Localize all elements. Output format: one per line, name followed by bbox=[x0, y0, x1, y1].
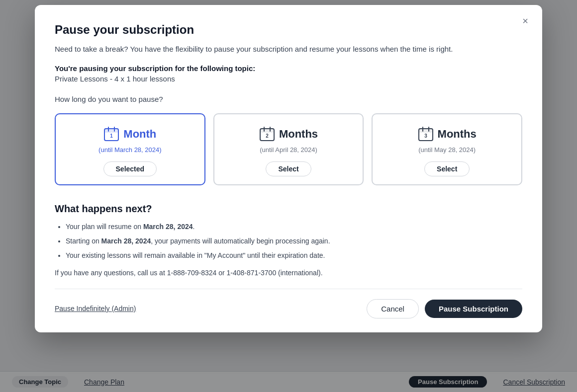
pause-options: 1 Month (until March 28, 2024) Selected bbox=[55, 113, 522, 185]
close-button[interactable]: × bbox=[518, 14, 532, 28]
pause-2-date: (until April 28, 2024) bbox=[260, 146, 317, 154]
modal-title: Pause your subscription bbox=[55, 23, 522, 37]
pause-3-select-btn[interactable]: Select bbox=[424, 161, 470, 176]
modal-divider bbox=[55, 289, 522, 289]
pause-3-date: (until May 28, 2024) bbox=[418, 146, 476, 154]
modal-overlay: × Pause your subscription Need to take a… bbox=[0, 0, 577, 392]
topic-value: Private Lessons - 4 x 1 hour lessons bbox=[55, 75, 522, 83]
contact-text: If you have any questions, call us at 1-… bbox=[55, 269, 522, 277]
pause-1-select-btn[interactable]: Selected bbox=[103, 161, 157, 176]
svg-text:1: 1 bbox=[110, 133, 113, 139]
footer-actions: Cancel Pause Subscription bbox=[367, 299, 522, 318]
next-item-1: Your plan will resume on March 28, 2024. bbox=[66, 222, 522, 232]
pause-3-label: Months bbox=[438, 128, 477, 141]
calendar-2-icon: 2 bbox=[259, 126, 275, 142]
topic-label: You're pausing your subscription for the… bbox=[55, 64, 522, 73]
cancel-button[interactable]: Cancel bbox=[367, 299, 419, 318]
modal-subtitle: Need to take a break? You have the flexi… bbox=[55, 44, 522, 55]
calendar-1-icon: 1 bbox=[103, 126, 119, 142]
modal-footer: Pause Indefinitely (Admin) Cancel Pause … bbox=[55, 299, 522, 318]
admin-pause-link[interactable]: Pause Indefinitely (Admin) bbox=[55, 305, 136, 313]
svg-rect-1 bbox=[104, 129, 118, 133]
next-item-2: Starting on March 28, 2024, your payment… bbox=[66, 236, 522, 246]
svg-rect-11 bbox=[419, 129, 433, 133]
calendar-3-icon: 3 bbox=[418, 126, 434, 142]
pause-card-3-months[interactable]: 3 Months (until May 28, 2024) Select bbox=[372, 113, 522, 185]
next-section-title: What happens next? bbox=[55, 203, 522, 215]
pause-2-label: Months bbox=[279, 128, 318, 141]
pause-1-label: Month bbox=[123, 128, 156, 141]
pause-card-1-header: 1 Month bbox=[103, 126, 156, 142]
pause-1-date: (until March 28, 2024) bbox=[98, 146, 161, 154]
next-list: Your plan will resume on March 28, 2024.… bbox=[55, 222, 522, 261]
pause-card-2-header: 2 Months bbox=[259, 126, 318, 142]
svg-text:3: 3 bbox=[424, 133, 427, 139]
svg-text:2: 2 bbox=[266, 133, 269, 139]
pause-card-1-month[interactable]: 1 Month (until March 28, 2024) Selected bbox=[55, 113, 205, 185]
pause-subscription-button[interactable]: Pause Subscription bbox=[425, 300, 522, 318]
next-item-3: Your existing lessons will remain availa… bbox=[66, 250, 522, 261]
pause-2-select-btn[interactable]: Select bbox=[266, 161, 311, 176]
modal: × Pause your subscription Need to take a… bbox=[35, 5, 542, 332]
pause-question: How long do you want to pause? bbox=[55, 95, 522, 103]
pause-card-2-months[interactable]: 2 Months (until April 28, 2024) Select bbox=[213, 113, 364, 185]
pause-card-3-header: 3 Months bbox=[418, 126, 477, 142]
svg-rect-6 bbox=[260, 129, 274, 133]
